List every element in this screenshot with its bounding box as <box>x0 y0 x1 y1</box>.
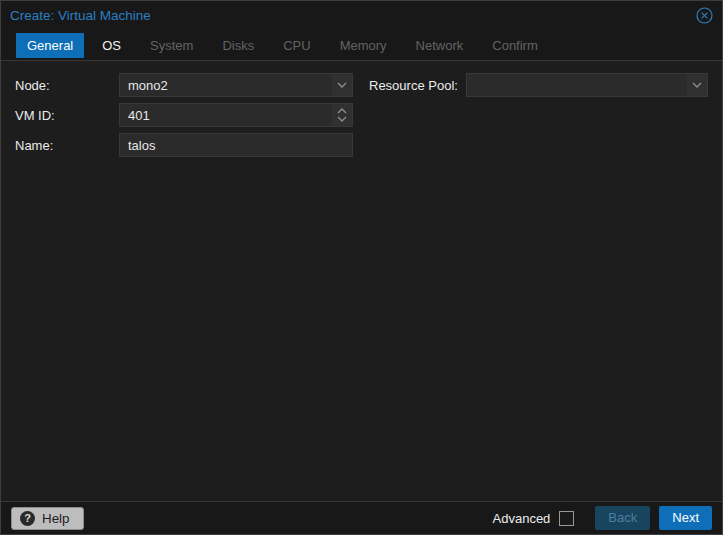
close-icon[interactable] <box>696 7 713 24</box>
node-input[interactable] <box>120 74 332 96</box>
wizard-tabbar: General OS System Disks CPU Memory Netwo… <box>1 30 722 60</box>
name-row: Name: <box>15 133 353 157</box>
create-vm-dialog: Create: Virtual Machine General OS Syste… <box>0 0 723 535</box>
chevron-down-icon[interactable] <box>332 74 352 96</box>
name-field[interactable] <box>119 133 353 157</box>
vmid-row: VM ID: <box>15 103 353 127</box>
dialog-titlebar: Create: Virtual Machine <box>1 1 722 30</box>
back-button[interactable]: Back <box>595 506 650 530</box>
next-button[interactable]: Next <box>659 506 712 530</box>
dialog-title: Create: Virtual Machine <box>10 8 151 23</box>
node-row: Node: <box>15 73 353 97</box>
form-left-column: Node: VM ID: <box>15 73 353 163</box>
help-button[interactable]: ? Help <box>11 507 84 530</box>
tab-system: System <box>139 33 204 58</box>
vmid-input[interactable] <box>120 104 332 126</box>
vmid-spinner[interactable] <box>119 103 353 127</box>
resource-pool-label: Resource Pool: <box>369 78 466 93</box>
tab-general[interactable]: General <box>16 33 84 58</box>
tab-network: Network <box>405 33 475 58</box>
dialog-footer: ? Help Advanced Back Next <box>1 502 722 534</box>
tab-os[interactable]: OS <box>91 33 132 58</box>
node-combobox[interactable] <box>119 73 353 97</box>
tab-disks: Disks <box>211 33 265 58</box>
name-input[interactable] <box>120 134 352 156</box>
tab-cpu: CPU <box>272 33 321 58</box>
chevron-down-icon[interactable] <box>687 74 707 96</box>
help-button-label: Help <box>42 511 69 526</box>
resource-pool-row: Resource Pool: <box>369 73 708 97</box>
question-circle-icon: ? <box>20 511 35 526</box>
tab-memory: Memory <box>329 33 398 58</box>
resource-pool-combobox[interactable] <box>466 73 708 97</box>
advanced-label: Advanced <box>493 511 551 526</box>
chevron-up-down-icon[interactable] <box>332 104 352 126</box>
resource-pool-input[interactable] <box>467 74 687 96</box>
vmid-label: VM ID: <box>15 108 119 123</box>
form-right-column: Resource Pool: <box>369 73 708 103</box>
footer-actions: Advanced Back Next <box>493 506 712 530</box>
name-label: Name: <box>15 138 119 153</box>
advanced-checkbox[interactable] <box>559 511 574 526</box>
general-tab-panel: Node: VM ID: <box>1 60 722 502</box>
node-label: Node: <box>15 78 119 93</box>
tab-confirm: Confirm <box>481 33 549 58</box>
